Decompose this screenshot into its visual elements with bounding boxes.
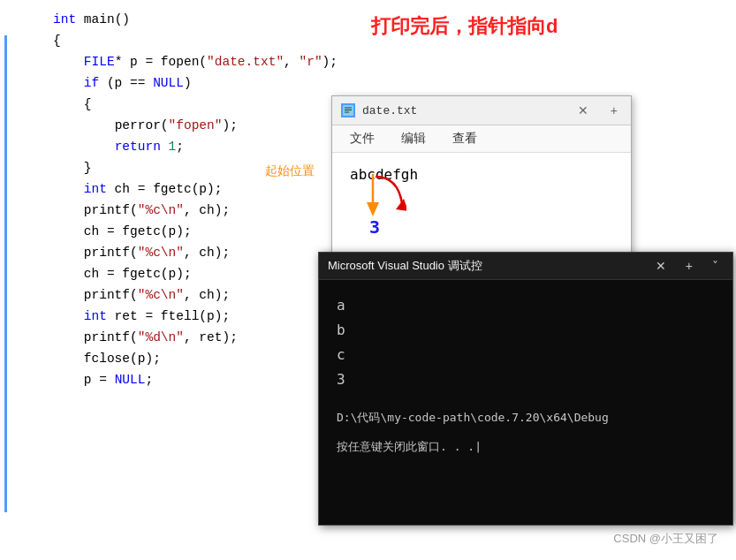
notepad-menu: 文件 编辑 查看	[332, 125, 631, 153]
csdn-watermark: CSDN @小王又困了	[613, 531, 718, 547]
code-line-21: printf("%d\n", ret);	[53, 327, 362, 348]
code-line-22: fclose(p);	[53, 348, 362, 369]
menu-file[interactable]: 文件	[345, 129, 379, 148]
console-window: Microsoft Visual Studio 调试控 ✕ + ˅ a b c …	[318, 252, 733, 526]
code-line-11: int ch = fgetc(p);	[53, 178, 362, 200]
code-line-20: int ret = ftell(p);	[53, 306, 362, 327]
console-close-btn[interactable]: ✕	[650, 257, 672, 275]
notepad-titlebar: date.txt ✕ +	[332, 96, 631, 125]
console-controls: ✕ + ˅	[650, 257, 724, 275]
console-content: a b c 3 D:\代码\my-code-path\code.7.20\x64…	[319, 280, 732, 473]
blue-line-decoration	[4, 35, 7, 512]
console-output-b: b	[337, 318, 715, 343]
code-line-8: return 1;	[53, 136, 362, 157]
notepad-icon	[341, 103, 355, 117]
code-line-17: ch = fgetc(p);	[53, 263, 362, 284]
annotation-title: 打印完后，指针指向d	[371, 13, 558, 40]
console-spacer	[337, 392, 715, 401]
menu-edit[interactable]: 编辑	[397, 129, 430, 148]
notepad-plus-btn[interactable]: +	[606, 102, 622, 119]
three-label: 3	[369, 216, 380, 238]
console-output-c: c	[337, 343, 715, 367]
menu-view[interactable]: 查看	[448, 129, 482, 148]
console-close-msg: 按任意键关闭此窗口. . .|	[337, 435, 715, 459]
code-line-18: printf("%c\n", ch);	[53, 284, 362, 306]
code-line-24: p = NULL;	[53, 369, 362, 390]
start-position-label: 起始位置	[265, 163, 315, 179]
console-output-3: 3	[337, 367, 715, 392]
code-line-2: {	[53, 30, 362, 51]
code-line-9: }	[53, 157, 362, 178]
code-line-12: printf("%c\n", ch);	[53, 200, 362, 221]
console-plus-btn[interactable]: +	[680, 257, 698, 275]
console-titlebar: Microsoft Visual Studio 调试控 ✕ + ˅	[319, 253, 732, 280]
code-line-5: if (p == NULL)	[53, 72, 362, 94]
code-line-7: perror("fopen");	[53, 115, 362, 136]
code-line-4: FILE* p = fopen("date.txt", "r");	[53, 51, 362, 72]
console-down-btn[interactable]: ˅	[707, 257, 724, 275]
notepad-close-btn[interactable]: ✕	[573, 102, 593, 119]
notepad-title-text: date.txt	[362, 104, 417, 117]
notepad-controls: ✕ +	[573, 102, 622, 119]
red-arrow-icon	[371, 172, 406, 221]
code-line-6: {	[53, 94, 362, 115]
console-title-text: Microsoft Visual Studio 调试控	[328, 258, 482, 274]
code-line-14: ch = fgetc(p);	[53, 221, 362, 242]
code-line-1: int main()	[53, 9, 362, 30]
console-path: D:\代码\my-code-path\code.7.20\x64\Debug	[337, 405, 715, 430]
notepad-title-left: date.txt	[341, 103, 417, 117]
console-output-a: a	[337, 293, 715, 318]
code-line-15: printf("%c\n", ch);	[53, 242, 362, 263]
